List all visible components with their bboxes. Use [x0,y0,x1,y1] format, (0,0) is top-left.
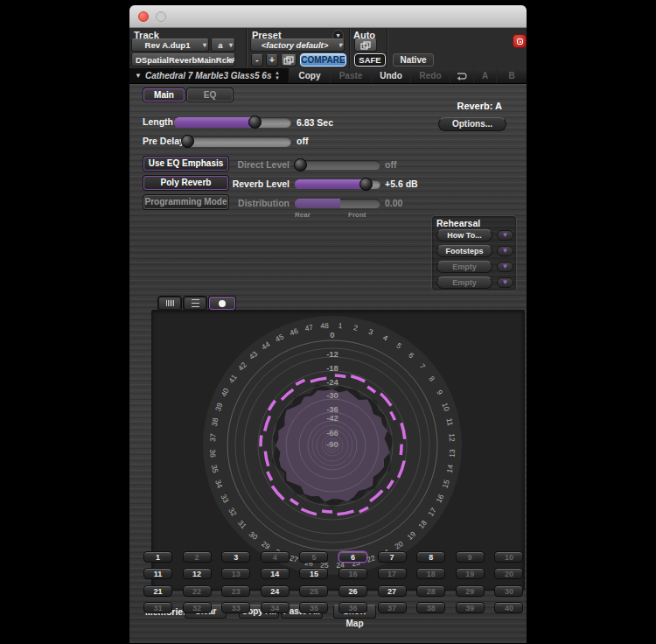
memory-slot-6[interactable]: 6 [338,551,367,563]
stacked-squares-icon [283,56,295,66]
tab-eq[interactable]: EQ [187,88,233,102]
insert-selector[interactable]: DSpatialReverbMainRckA [131,53,235,66]
reverb-level-label: Reverb Level [228,178,290,189]
slider-knob[interactable] [294,158,307,172]
memory-slot-25[interactable]: 25 [299,585,328,597]
memory-slot-10[interactable]: 10 [494,551,523,563]
playlist-selector[interactable]: a [211,38,235,52]
rehearsal-empty-button[interactable]: Empty [436,261,492,273]
window-titlebar[interactable] [129,5,527,28]
db-label: -12 [326,349,338,359]
memory-slot-35[interactable]: 35 [299,602,328,613]
copy-settings-button[interactable] [281,54,297,66]
memory-slot-36[interactable]: 36 [338,602,367,613]
db-label: -42 [326,413,338,423]
memory-slot-29[interactable]: 29 [456,585,485,597]
memory-slot-16[interactable]: 16 [338,568,367,579]
slider-knob[interactable] [181,135,194,148]
safe-button[interactable]: SAFE [354,53,386,66]
loaded-preset-name: Cathedral 7 Marble3 Glass5 6s Generic [145,71,273,80]
rehearsal-howto-menu[interactable]: ▼ [497,230,513,241]
memory-slot-12[interactable]: 12 [183,568,212,579]
poly-reverb-button[interactable]: Poly Reverb [143,176,228,190]
distribution-slider[interactable] [295,199,380,208]
length-slider[interactable] [174,117,291,128]
memory-slot-28[interactable]: 28 [416,585,445,597]
polar-chart: 0-12-18-24-30-36-42-66-90123456789101112… [152,311,526,592]
plugin-format-button[interactable]: Native [393,53,434,66]
paste-button[interactable]: Paste [330,68,371,83]
memory-slot-5[interactable]: 5 [299,551,328,563]
memory-slot-7[interactable]: 7 [378,551,407,563]
preset-increment-button[interactable]: + [266,54,278,66]
preset-decrement-button[interactable]: - [251,54,263,66]
memory-slot-40[interactable]: 40 [494,602,523,613]
memory-slot-27[interactable]: 27 [378,585,407,597]
track-selector[interactable]: Rev A.dup1 [131,38,209,52]
view-bars-button[interactable] [158,297,181,310]
memory-slot-21[interactable]: 21 [143,585,172,597]
view-lines-button[interactable] [184,297,206,310]
close-window-button[interactable] [138,11,149,22]
ab-swap-button[interactable] [450,68,473,83]
chevron-down-icon: ▼ [498,231,513,240]
memory-slot-11[interactable]: 11 [143,568,172,579]
memory-slot-15[interactable]: 15 [299,568,328,579]
polar-display[interactable]: 0-12-18-24-30-36-42-66-90123456789101112… [151,310,525,591]
memory-slot-3[interactable]: 3 [221,551,250,563]
redo-button[interactable]: Redo [410,68,450,83]
target-window-button[interactable] [513,34,527,48]
view-polar-button[interactable] [209,297,235,310]
memory-slot-9[interactable]: 9 [456,551,485,563]
rehearsal-footsteps-menu[interactable]: ▼ [497,246,513,256]
slider-knob[interactable] [359,178,373,191]
memory-slot-34[interactable]: 34 [261,602,290,613]
b-button[interactable]: B [496,68,527,83]
memory-slot-39[interactable]: 39 [456,602,485,613]
distribution-value: 0.00 [385,198,402,208]
rehearsal-empty-menu[interactable]: ▼ [497,262,513,272]
rehearsal-howto-button[interactable]: How To... [436,229,492,242]
slider-knob[interactable] [248,116,262,129]
rehearsal-empty2-button[interactable]: Empty [436,276,492,289]
memory-slot-17[interactable]: 17 [378,568,407,579]
memory-slot-19[interactable]: 19 [456,568,485,579]
zoom-window-button[interactable] [156,11,166,22]
memory-slot-1[interactable]: 1 [143,551,172,563]
preset-selector[interactable]: <factory default> [250,38,345,52]
compare-button[interactable]: COMPARE [300,53,346,66]
rehearsal-footsteps-button[interactable]: Footsteps [436,245,492,257]
memory-slot-20[interactable]: 20 [494,568,523,579]
desktop-background: Track Preset Auto ▾ Rev A.dup1 a <factor… [0,0,656,644]
tab-main[interactable]: Main [143,88,185,102]
direct-level-slider[interactable] [295,160,380,170]
memory-slot-14[interactable]: 14 [261,568,290,579]
memory-slot-32[interactable]: 32 [183,602,212,613]
preset-spinner[interactable]: ▲ ▼ [275,71,280,80]
memory-slot-22[interactable]: 22 [183,585,212,597]
memory-slot-18[interactable]: 18 [416,568,445,579]
memory-slot-37[interactable]: 37 [378,602,407,613]
undo-button[interactable]: Undo [371,68,410,83]
memory-slot-30[interactable]: 30 [494,585,523,597]
copy-button[interactable]: Copy [289,68,330,83]
memory-slot-2[interactable]: 2 [183,551,212,563]
automation-enable-button[interactable] [354,38,377,52]
memory-slot-26[interactable]: 26 [338,585,367,597]
rehearsal-empty2-menu[interactable]: ▼ [497,277,513,288]
programming-mode-button[interactable]: Programming Mode [143,195,228,209]
memory-slot-38[interactable]: 38 [416,602,445,613]
options-button[interactable]: Options... [438,117,506,131]
use-eq-emphasis-button[interactable]: Use EQ Emphasis [143,157,228,171]
a-button[interactable]: A [473,68,496,83]
memory-slot-31[interactable]: 31 [143,602,172,613]
memory-slot-24[interactable]: 24 [261,585,290,597]
memory-slot-23[interactable]: 23 [221,585,250,597]
reverb-level-slider[interactable] [295,179,380,189]
librarian-preset-menu[interactable]: ▼ Cathedral 7 Marble3 Glass5 6s Generic … [129,68,289,83]
memory-slot-33[interactable]: 33 [221,602,250,613]
memory-slot-4[interactable]: 4 [261,551,290,563]
memory-slot-8[interactable]: 8 [416,551,445,563]
memory-slot-13[interactable]: 13 [221,568,250,579]
pre-delay-slider[interactable] [182,136,291,147]
